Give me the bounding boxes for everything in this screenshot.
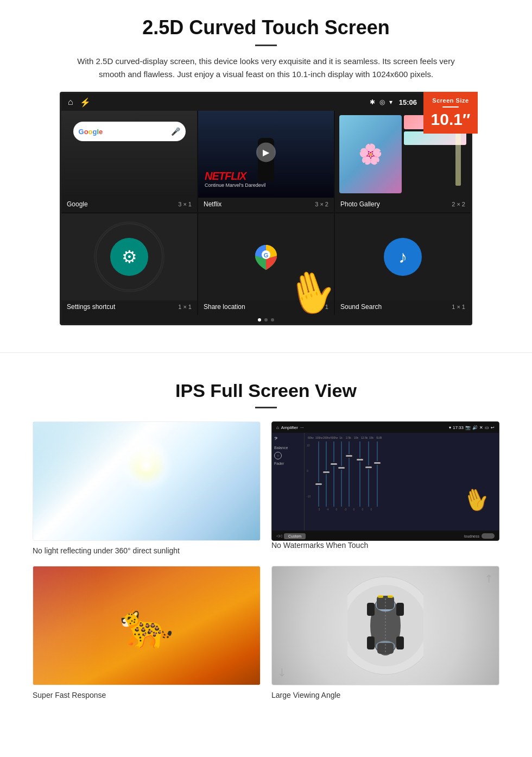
sunlight-label: No light reflecting under 360° direct su… xyxy=(33,546,261,555)
app-cell-google[interactable]: Google 🎤 Google 3 × 1 xyxy=(61,111,197,212)
nav-dot-2[interactable] xyxy=(264,318,268,321)
eq-track-7 xyxy=(368,441,369,465)
eq-slider-6[interactable] xyxy=(357,441,363,507)
car-image: ↗ ↗ xyxy=(271,566,499,685)
app-cell-sound[interactable]: ♪ Sound Search 1 × 1 xyxy=(335,213,471,315)
photo-grid-size: 2 × 2 xyxy=(452,201,465,207)
mic-icon[interactable]: 🎤 xyxy=(171,127,180,136)
feature-grid: No light reflecting under 360° direct su… xyxy=(33,421,499,699)
scale-0: 0 xyxy=(333,508,340,511)
settings-cell-inner: ⚙ xyxy=(61,213,197,300)
scale-0d: 0 xyxy=(368,508,375,511)
device-mockup: Screen Size 10.1″ ⌂ ⚡ ✱ ◎ ▾ 15:06 xyxy=(60,92,472,325)
eq-slider-1[interactable] xyxy=(315,441,322,507)
settings-bg xyxy=(61,213,197,300)
amp-freq-labels: 60hz 100hz 200hz 500hz 1k 2.5k 10k 12.5k… xyxy=(308,436,496,439)
eq-slider-7[interactable] xyxy=(365,441,372,507)
sound-icon: ♪ xyxy=(384,238,422,276)
netflix-label-row: Netflix 3 × 2 xyxy=(198,198,334,212)
eq-track-3 xyxy=(333,441,334,462)
amp-freq-100: 100hz xyxy=(315,436,321,439)
sound-label-row: Sound Search 1 × 1 xyxy=(335,300,471,315)
svg-text:G: G xyxy=(264,252,269,258)
amp-main: 60hz 100hz 200hz 500hz 1k 2.5k 10k 12.5k… xyxy=(305,433,499,531)
google-search-bar[interactable]: Google 🎤 xyxy=(73,122,186,141)
nav-dot-1[interactable] xyxy=(258,318,261,321)
netflix-play-button[interactable]: ▶ xyxy=(256,142,276,162)
eq-handle-8[interactable] xyxy=(374,462,381,464)
amp-x: ✕ xyxy=(479,425,483,430)
amp-win: ▭ xyxy=(485,425,489,430)
cheetah-image: 🐆 xyxy=(33,566,261,685)
eq-slider-2[interactable] xyxy=(323,441,330,507)
eq-handle-6[interactable] xyxy=(357,459,363,460)
view-angle-arrow-2: ↗ xyxy=(274,665,290,681)
eq-track-1b xyxy=(318,486,319,507)
watermark-label: No Watermarks When Touch xyxy=(271,541,499,550)
nav-dot-3[interactable] xyxy=(271,318,274,321)
app-cell-share[interactable]: G 🤚 Share location 1 × 1 xyxy=(198,213,334,315)
eq-track-6 xyxy=(359,441,360,458)
amp-title: Amplifier xyxy=(281,425,298,430)
amp-fader-label: Fader xyxy=(274,462,302,465)
app-cell-netflix[interactable]: ▶ NETFLIX Continue Marvel's Daredevil Ne… xyxy=(198,111,334,212)
home-icon[interactable]: ⌂ xyxy=(68,97,73,107)
eq-handle-3[interactable] xyxy=(331,463,337,465)
eq-track-6b xyxy=(359,462,360,507)
eq-slider-3[interactable] xyxy=(331,441,337,507)
photo-app-label: Photo Gallery xyxy=(340,200,380,208)
google-grid-size: 3 × 1 xyxy=(178,201,192,207)
svg-rect-12 xyxy=(396,636,404,649)
loudness-label: loudness xyxy=(464,534,479,538)
section2-ips: IPS Full Screen View No light reflecting… xyxy=(0,369,532,716)
scale-3: 3 xyxy=(315,508,323,511)
eq-sliders xyxy=(315,441,352,507)
amp-eq-icon: 𝄢 xyxy=(274,436,302,443)
status-time: 15:06 xyxy=(399,98,417,106)
eq-slider-5[interactable] xyxy=(346,441,352,507)
app-cell-settings[interactable]: ⚙ Settings shortcut 1 × 1 xyxy=(61,213,197,315)
amp-wifi: ▾ xyxy=(449,425,451,430)
wifi-icon: ▾ xyxy=(389,98,392,106)
amp-prev-icon[interactable]: ◁◁ xyxy=(276,534,282,538)
flower-icon: 🌸 xyxy=(358,143,383,166)
nav-dots xyxy=(61,315,471,324)
scale-4: 4 xyxy=(324,508,332,511)
light-ray xyxy=(33,422,260,540)
section1-description: With 2.5D curved-display screen, this de… xyxy=(76,55,456,81)
amp-bottom-left: ◁◁ Custom xyxy=(276,533,306,539)
scale-0c: 0 xyxy=(359,508,366,511)
netflix-cell-inner: ▶ NETFLIX Continue Marvel's Daredevil xyxy=(198,111,334,198)
svg-rect-15 xyxy=(388,595,393,598)
share-app-label: Share location xyxy=(204,303,245,311)
amp-custom-button[interactable]: Custom xyxy=(284,533,306,539)
photo-main: 🌸 xyxy=(339,115,402,193)
eq-handle-5[interactable] xyxy=(346,455,352,457)
svg-rect-9 xyxy=(367,603,375,616)
title-underline xyxy=(255,45,277,46)
maps-icon-wrapper: G xyxy=(250,241,282,273)
settings-grid-size: 1 × 1 xyxy=(178,304,192,310)
amp-content: 𝄢 Balance ○ Fader 60hz 100hz 200hz 500hz xyxy=(272,433,499,531)
cheetah-label: Super Fast Response xyxy=(33,691,261,699)
eq-slider-8[interactable] xyxy=(374,441,381,507)
eq-track-8b xyxy=(377,465,378,507)
maps-icon-svg: G xyxy=(251,242,281,272)
eq-handle-4[interactable] xyxy=(338,467,345,469)
eq-track-2b xyxy=(326,474,327,507)
loudness-toggle-pill[interactable] xyxy=(482,533,495,539)
eq-slider-4[interactable] xyxy=(338,441,345,507)
section-divider xyxy=(0,352,532,353)
eq-handle-7[interactable] xyxy=(365,466,372,468)
eq-handle-2[interactable] xyxy=(323,471,330,473)
section2-underline xyxy=(255,407,277,408)
car-top-view-svg xyxy=(347,571,423,680)
share-cell-inner: G 🤚 xyxy=(198,213,334,300)
amp-right-status: ▾ 17:33 📷 🔊 ✕ ▭ ↩ xyxy=(449,425,495,430)
google-app-label: Google xyxy=(67,200,88,208)
eq-track-7b xyxy=(368,469,369,507)
eq-handle-1[interactable] xyxy=(315,483,322,485)
amp-balance-knob[interactable]: ○ xyxy=(274,452,282,459)
feature-car: ↗ ↗ Large Viewing Angle xyxy=(271,566,499,699)
sound-app-label: Sound Search xyxy=(340,303,382,311)
